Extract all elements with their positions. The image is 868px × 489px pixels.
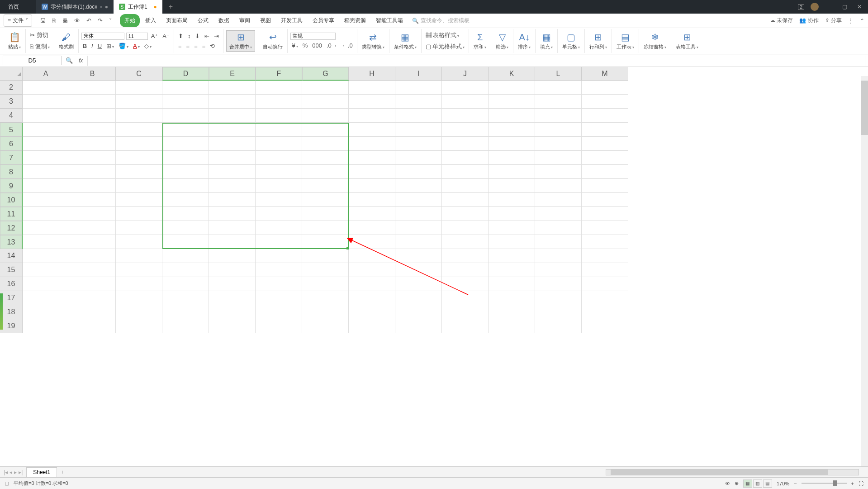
- underline-icon[interactable]: U: [96, 42, 103, 50]
- col-header-I[interactable]: I: [395, 67, 442, 81]
- zoom-in-icon[interactable]: +: [851, 481, 854, 486]
- row-header-17[interactable]: 17: [0, 291, 23, 305]
- cell[interactable]: [256, 81, 302, 95]
- cell[interactable]: [489, 263, 535, 277]
- sheet-nav-prev-icon[interactable]: ◂: [9, 469, 12, 475]
- menu-tab-tools[interactable]: 智能工具箱: [371, 14, 408, 27]
- tab-document-2[interactable]: S 工作簿1 ●: [114, 0, 162, 14]
- cell[interactable]: [69, 207, 116, 221]
- more-icon[interactable]: ⋮: [848, 18, 854, 24]
- cell[interactable]: [582, 291, 628, 305]
- align-justify-icon[interactable]: ≡: [201, 42, 207, 50]
- indent-inc-icon[interactable]: ⇥: [213, 32, 220, 40]
- cell[interactable]: [395, 123, 442, 137]
- avatar[interactable]: [811, 3, 819, 11]
- col-header-K[interactable]: K: [489, 67, 535, 81]
- cell[interactable]: [535, 165, 582, 179]
- cell[interactable]: [442, 319, 489, 333]
- cell[interactable]: [69, 305, 116, 319]
- cell[interactable]: [349, 179, 395, 193]
- tab-document-1[interactable]: W 零分猫脚本(1).docx ▫ ●: [36, 0, 114, 14]
- cell[interactable]: [23, 109, 69, 123]
- cell[interactable]: [69, 263, 116, 277]
- cell[interactable]: [349, 151, 395, 165]
- cell[interactable]: [162, 263, 209, 277]
- row-header-3[interactable]: 3: [0, 95, 23, 109]
- cell[interactable]: [302, 249, 349, 263]
- cond-format-button[interactable]: ▦条件格式: [392, 31, 418, 51]
- cell[interactable]: [535, 277, 582, 291]
- cell[interactable]: [23, 137, 69, 151]
- cell[interactable]: [442, 249, 489, 263]
- cell[interactable]: [116, 221, 162, 235]
- cell[interactable]: [489, 137, 535, 151]
- align-right-icon[interactable]: ≡: [193, 42, 199, 50]
- cell[interactable]: [162, 235, 209, 249]
- cell[interactable]: [349, 277, 395, 291]
- cell[interactable]: [302, 81, 349, 95]
- cell[interactable]: [582, 193, 628, 207]
- cell[interactable]: [489, 179, 535, 193]
- row-header-6[interactable]: 6: [0, 137, 23, 151]
- fx-icon[interactable]: fx: [77, 58, 85, 64]
- cell[interactable]: [302, 319, 349, 333]
- cell[interactable]: [23, 291, 69, 305]
- cell[interactable]: [209, 263, 256, 277]
- cell[interactable]: [256, 277, 302, 291]
- cell[interactable]: [349, 95, 395, 109]
- row-header-2[interactable]: 2: [0, 81, 23, 95]
- cell[interactable]: [256, 291, 302, 305]
- cell[interactable]: [23, 305, 69, 319]
- row-header-18[interactable]: 18: [0, 305, 23, 319]
- cell[interactable]: [209, 193, 256, 207]
- cell[interactable]: [162, 305, 209, 319]
- cell[interactable]: [23, 123, 69, 137]
- cell[interactable]: [489, 221, 535, 235]
- cell[interactable]: [69, 277, 116, 291]
- undo-icon[interactable]: ↶: [85, 16, 93, 25]
- cell[interactable]: [209, 137, 256, 151]
- cell[interactable]: [349, 305, 395, 319]
- orientation-icon[interactable]: ⟲: [209, 42, 216, 50]
- cell[interactable]: [349, 109, 395, 123]
- row-header-19[interactable]: 19: [0, 319, 23, 333]
- cell[interactable]: [349, 165, 395, 179]
- cell[interactable]: [23, 221, 69, 235]
- cell[interactable]: [489, 123, 535, 137]
- cell[interactable]: [23, 249, 69, 263]
- cell[interactable]: [442, 207, 489, 221]
- cell[interactable]: [116, 305, 162, 319]
- cell[interactable]: [69, 235, 116, 249]
- cell[interactable]: [395, 305, 442, 319]
- cell[interactable]: [23, 207, 69, 221]
- col-header-F[interactable]: F: [256, 67, 302, 81]
- cell[interactable]: [395, 319, 442, 333]
- cell[interactable]: [23, 277, 69, 291]
- cell[interactable]: [69, 193, 116, 207]
- cell[interactable]: [535, 291, 582, 305]
- cell[interactable]: [209, 109, 256, 123]
- cell[interactable]: [162, 81, 209, 95]
- sheet-nav-last-icon[interactable]: ▸|: [19, 469, 23, 475]
- cell[interactable]: [256, 137, 302, 151]
- col-header-A[interactable]: A: [23, 67, 69, 81]
- minimize-icon[interactable]: —: [825, 2, 834, 12]
- tab-add-button[interactable]: +: [162, 3, 179, 11]
- cell[interactable]: [582, 305, 628, 319]
- italic-icon[interactable]: I: [90, 42, 95, 50]
- cell[interactable]: [302, 151, 349, 165]
- cell[interactable]: [535, 109, 582, 123]
- freeze-button[interactable]: ❄冻结窗格: [642, 31, 668, 51]
- cell[interactable]: [162, 221, 209, 235]
- cell[interactable]: [395, 151, 442, 165]
- view-page-icon[interactable]: ▤: [763, 479, 772, 488]
- cell[interactable]: [302, 193, 349, 207]
- cell[interactable]: [582, 95, 628, 109]
- cell[interactable]: [302, 263, 349, 277]
- cell[interactable]: [442, 277, 489, 291]
- sort-button[interactable]: A↓排序: [516, 31, 532, 51]
- cell[interactable]: [349, 81, 395, 95]
- align-bot-icon[interactable]: ⬇: [194, 32, 201, 40]
- font-color-icon[interactable]: A: [132, 42, 141, 50]
- cell[interactable]: [535, 151, 582, 165]
